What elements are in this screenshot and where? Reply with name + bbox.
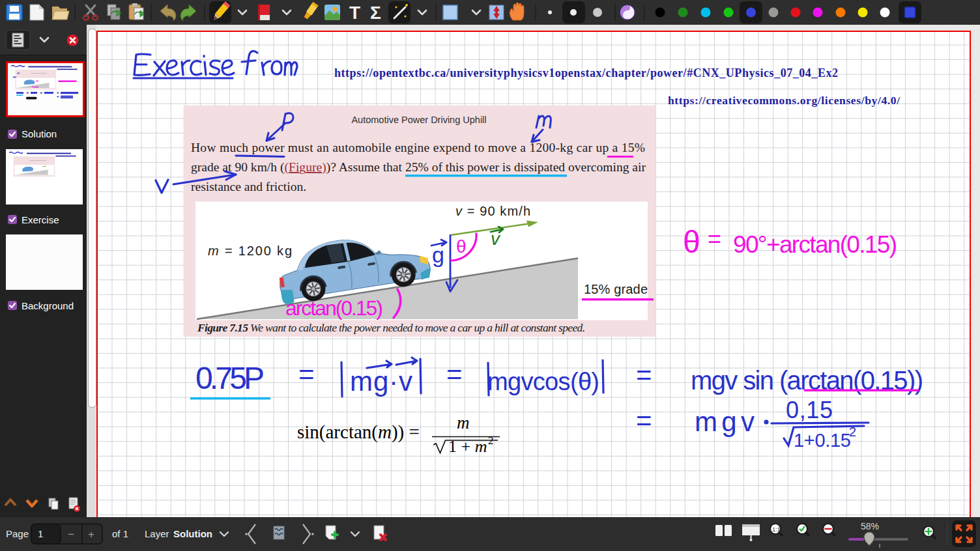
svg-text:____________: ____________: [31, 71, 48, 74]
svg-text:+: +: [88, 528, 94, 541]
svg-text:Page: Page: [6, 528, 29, 539]
svg-text:Layer: Layer: [145, 528, 169, 539]
svg-text:−: −: [68, 528, 74, 541]
svg-text:Solution: Solution: [173, 528, 212, 539]
svg-text:1:1: 1:1: [772, 526, 781, 533]
svg-text:58%: 58%: [861, 521, 879, 531]
svg-text:of 1: of 1: [112, 528, 128, 539]
svg-text:1: 1: [38, 528, 43, 539]
svg-text:T: T: [349, 3, 360, 23]
svg-text:____________: ____________: [29, 158, 47, 160]
svg-text:Σ: Σ: [370, 3, 381, 23]
